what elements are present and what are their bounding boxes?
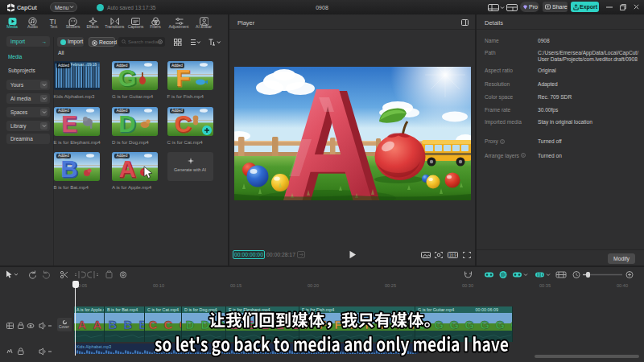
svg-text:F: F [175, 65, 190, 90]
svg-text:A: A [78, 318, 87, 331]
svg-text:C: C [174, 111, 191, 136]
svg-text:B: B [139, 318, 145, 331]
svg-text:16:9: 16:9 [449, 253, 456, 257]
svg-text:A: A [93, 318, 102, 331]
svg-text:A: A [119, 156, 136, 181]
svg-text:D: D [119, 111, 136, 136]
svg-text:B: B [124, 318, 133, 331]
svg-text:E: E [61, 111, 76, 136]
svg-text:B: B [60, 156, 77, 181]
svg-text:B: B [109, 318, 118, 331]
svg-text:G: G [118, 65, 137, 90]
